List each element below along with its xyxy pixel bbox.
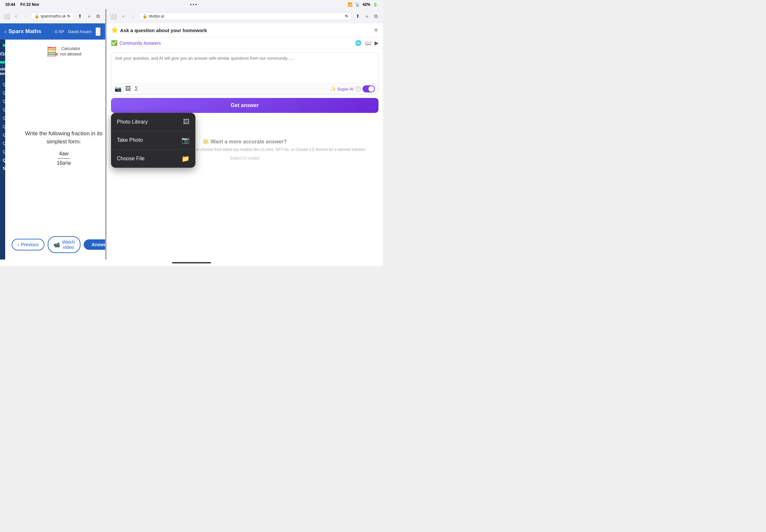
chevron-left-icon: ‹ — [18, 242, 19, 247]
super-ai-text: Super AI — [337, 87, 353, 91]
take-photo-item[interactable]: Take Photo 📷 — [111, 131, 195, 150]
fraction-numerator: 4aw — [58, 150, 70, 159]
input-icons: 📷 🖼 Σ — [115, 86, 138, 92]
fraction: 4aw 16a²w — [55, 150, 72, 167]
left-browser-toolbar: ⬜ ‹ › 🔒 sparxmaths.uk ↻ ⬆ ＋ ⧉ — [0, 9, 105, 23]
choose-file-item[interactable]: Choose File 📁 — [111, 150, 195, 168]
q5-label: Q5 — [3, 115, 5, 120]
sidebar-item-q10[interactable]: Q10 › — [1, 156, 5, 164]
help-icon[interactable]: ? — [355, 86, 360, 91]
url-text-right: studyx.ai — [149, 14, 164, 18]
status-dots — [190, 4, 197, 5]
watch-video-button[interactable]: 📹 Watch video — [48, 236, 80, 253]
add-tab-button-right[interactable]: ＋ — [363, 12, 371, 20]
community-tab[interactable]: ✅ Community Answers 🌐 📖 ▶ — [106, 37, 383, 49]
sidebar-summary[interactable]: Summary — [1, 164, 5, 172]
back-button-right[interactable]: ‹ — [119, 12, 127, 20]
sidebar-toggle-button[interactable]: ⬜ — [3, 12, 10, 20]
sidebar-toggle-button-right[interactable]: ⬜ — [110, 12, 117, 20]
fraction-denominator: 16a²w — [55, 159, 72, 167]
sidebar-item-q5[interactable]: Q5 ✓ — [1, 114, 5, 122]
q2-label: Q2 — [3, 90, 5, 95]
studyx-header: ⭐ Ask a question about your homework ✕ — [106, 23, 383, 37]
dot3 — [195, 4, 197, 5]
q10-label: Q10 — [3, 158, 5, 163]
sparkle-icon: ✨ — [330, 86, 336, 91]
back-button-left[interactable]: ‹ — [12, 12, 19, 20]
sparx-sidebar: 9/10 Index laws Q1 ✓ Q2 ✓ Q3 ✓ Q4 ✓ — [0, 40, 5, 260]
signal-icon: 📡 — [355, 2, 360, 7]
studyx-title: Ask a question about your homework — [120, 28, 207, 33]
globe-icon[interactable]: 🌐 — [355, 40, 361, 46]
sparx-content: 9/10 Index laws Q1 ✓ Q2 ✓ Q3 ✓ Q4 ✓ — [0, 40, 105, 260]
address-bar-right[interactable]: 🔒 studyx.ai ↻ — [139, 12, 352, 20]
q1-label: Q1 — [3, 82, 5, 87]
question-text: Write the following fraction in its simp… — [12, 64, 105, 233]
question-textarea[interactable] — [111, 53, 378, 82]
image-button[interactable]: 🖼 — [125, 86, 131, 92]
toolbar-icons-right: ⬆ ＋ ⧉ — [354, 12, 380, 20]
share-button-left[interactable]: ⬆ — [76, 12, 84, 20]
sidebar-item-q9[interactable]: Q9 ✓ — [1, 147, 5, 156]
play-icon[interactable]: ▶ — [374, 40, 378, 46]
formula-button[interactable]: Σ — [135, 86, 138, 92]
forward-button-right[interactable]: › — [129, 12, 137, 20]
question-buttons: ‹ Previous 📹 Watch video Answer — [12, 233, 105, 253]
toolbar-icons-left: ⬆ ＋ ⧉ — [76, 12, 102, 20]
tabs-button-left[interactable]: ⧉ — [94, 12, 102, 20]
sidebar-item-q4[interactable]: Q4 ✓ — [1, 105, 5, 114]
get-answer-button[interactable]: Get answer — [111, 98, 378, 113]
reload-icon-left: ↻ — [67, 14, 70, 18]
topic-label: Index laws — [0, 67, 5, 76]
sidebar-item-q2[interactable]: Q2 ✓ — [1, 88, 5, 97]
reload-icon-right: ↻ — [345, 14, 348, 18]
q7-label: Q7 — [3, 132, 5, 137]
close-button[interactable]: ✕ — [373, 27, 378, 34]
q9-label: Q9 — [3, 149, 5, 154]
community-label: Community Answers — [119, 41, 161, 46]
sidebar-item-q6[interactable]: Q6 ✓ — [1, 122, 5, 130]
watch-video-label: Watch video — [62, 239, 75, 250]
sparx-menu-button[interactable]: ≡ — [95, 27, 101, 36]
forward-button-left[interactable]: › — [22, 12, 29, 20]
book-icon[interactable]: 📖 — [365, 40, 371, 46]
sparx-title: Sparx Maths — [8, 28, 41, 35]
question-input-area: 📷 🖼 Σ ✨ Super AI ? — [111, 52, 378, 95]
tabs-button-right[interactable]: ⧉ — [372, 12, 380, 20]
calculator-icon: 🧮✕ — [46, 46, 57, 57]
q3-label: Q3 — [3, 99, 5, 103]
lock-icon-left: 🔒 — [34, 14, 39, 18]
sparx-back-icon[interactable]: ‹ — [5, 28, 6, 35]
lock-icon-right: 🔒 — [142, 14, 147, 18]
home-indicator — [0, 260, 383, 266]
community-icons: 🌐 📖 ▶ — [355, 40, 378, 46]
take-photo-icon: 📷 — [181, 136, 189, 144]
date: Fri 22 Nov — [20, 2, 39, 7]
address-bar-left[interactable]: 🔒 sparxmaths.uk ↻ — [31, 12, 74, 20]
question-area: 🧮✕ Calculator not allowed Write the foll… — [5, 40, 105, 260]
super-ai-toggle-switch[interactable] — [362, 85, 375, 92]
answer-button[interactable]: Answer — [84, 239, 105, 250]
sidebar-item-q1[interactable]: Q1 ✓ — [1, 80, 5, 88]
home-bar — [172, 262, 211, 263]
sidebar-item-q3[interactable]: Q3 ✓ — [1, 97, 5, 105]
split-view: ⬜ ‹ › 🔒 sparxmaths.uk ↻ ⬆ ＋ ⧉ ‹ Sparx Ma… — [0, 9, 383, 260]
photo-library-item[interactable]: Photo Library 🖼 — [111, 113, 195, 131]
share-button-right[interactable]: ⬆ — [354, 12, 361, 20]
camera-button[interactable]: 📷 — [115, 86, 121, 92]
sidebar-item-q8[interactable]: Q8 ✓ — [1, 139, 5, 147]
status-left: 10:44 Fri 22 Nov — [5, 2, 39, 7]
calculator-x-icon: ✕ — [55, 52, 59, 57]
add-tab-button-left[interactable]: ＋ — [85, 12, 93, 20]
battery-text: 42% — [362, 2, 370, 7]
wifi-icon: 📶 — [347, 2, 352, 7]
previous-label: Previous — [21, 242, 39, 247]
input-toolbar: 📷 🖼 Σ ✨ Super AI ? — [111, 83, 378, 94]
star-icon: ⭐ — [111, 27, 118, 34]
q8-label: Q8 — [3, 141, 5, 146]
url-text-left: sparxmaths.uk — [41, 14, 66, 18]
previous-button[interactable]: ‹ Previous — [12, 239, 44, 250]
sidebar-item-q7[interactable]: Q7 ✓ — [1, 130, 5, 139]
photo-library-icon: 🖼 — [183, 118, 189, 126]
right-browser-toolbar: ⬜ ‹ › 🔒 studyx.ai ↻ ⬆ ＋ ⧉ — [106, 9, 383, 23]
